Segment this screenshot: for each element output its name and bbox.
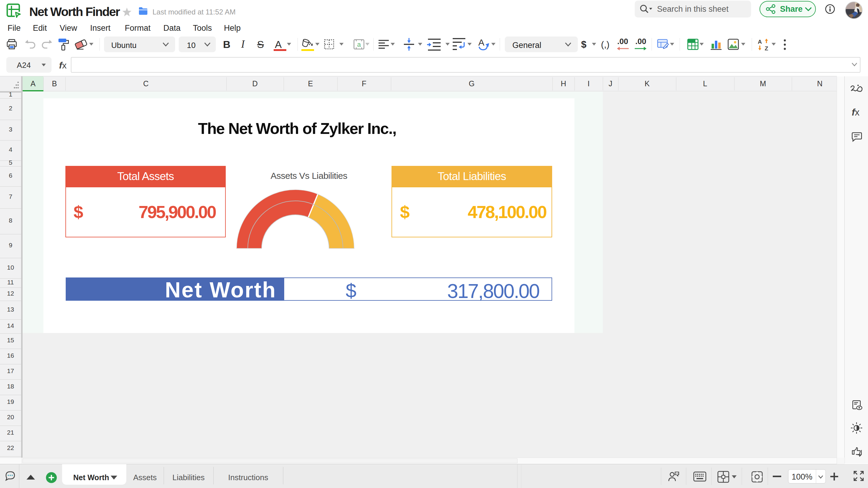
svg-text:A: A — [478, 38, 484, 47]
svg-text:A: A — [758, 38, 762, 45]
svg-text:a: a — [357, 41, 361, 48]
svg-text:Z: Z — [765, 45, 768, 51]
